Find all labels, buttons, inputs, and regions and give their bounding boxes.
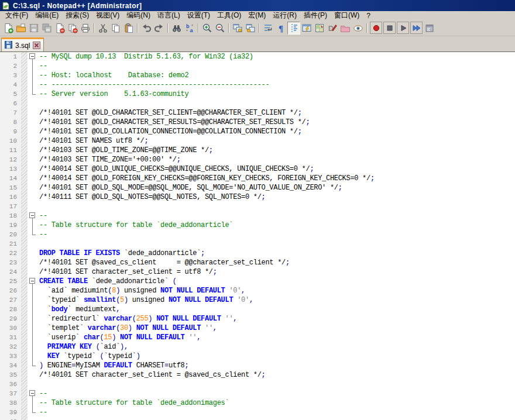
menu-run[interactable]: 运行(R) (269, 11, 300, 20)
line-number[interactable]: 35 (0, 370, 21, 380)
line-number[interactable]: 40 (0, 417, 21, 420)
line-number[interactable]: 1 (0, 52, 21, 61)
zoom-out-button[interactable] (214, 22, 226, 35)
line-number[interactable]: 19 (0, 221, 21, 230)
line-number[interactable]: 10 (0, 136, 21, 146)
line-number[interactable]: 32 (0, 342, 21, 352)
menu-help[interactable]: ? (363, 12, 374, 20)
macro-play-button[interactable] (397, 22, 409, 34)
line-number[interactable]: 29 (0, 314, 21, 323)
close-button[interactable] (53, 22, 66, 35)
line-number[interactable]: 2 (0, 61, 21, 71)
fold-collapse-icon[interactable] (28, 211, 37, 221)
line-number[interactable]: 11 (0, 146, 21, 155)
code-text: `aid` mediumint(8) unsigned NOT NULL DEF… (37, 286, 245, 295)
macro-stop-button[interactable] (383, 22, 396, 34)
indent-guide-button[interactable] (287, 22, 300, 35)
line-number[interactable]: 24 (0, 267, 21, 277)
redo-button[interactable] (153, 22, 166, 35)
line-number[interactable]: 34 (0, 361, 21, 370)
plugin-eye-button[interactable] (352, 22, 365, 35)
menu-tools[interactable]: 工具(O) (214, 11, 245, 20)
menu-file[interactable]: 文件(F) (2, 11, 32, 20)
sync-vertical-scroll-button[interactable] (231, 22, 244, 35)
line-number[interactable]: 39 (0, 408, 21, 417)
line-number[interactable]: 3 (0, 71, 21, 80)
macro-record-button[interactable] (370, 22, 382, 34)
replace-button[interactable]: ba (183, 22, 196, 35)
line-number[interactable]: 9 (0, 127, 21, 136)
line-number[interactable]: 37 (0, 389, 21, 398)
copy-button[interactable] (109, 22, 122, 35)
line-number[interactable]: 15 (0, 183, 21, 192)
macro-run-multiple-button[interactable] (410, 22, 423, 34)
save-button[interactable] (28, 22, 40, 35)
line-number[interactable]: 38 (0, 398, 21, 408)
print-button[interactable] (79, 22, 92, 35)
line-number[interactable]: 20 (0, 230, 21, 239)
line-number[interactable]: 23 (0, 258, 21, 267)
open-file-button[interactable] (15, 22, 28, 35)
line-number[interactable]: 28 (0, 305, 21, 314)
editor-line: 33 KEY `typeid` (`typeid`) (0, 352, 515, 361)
zoom-in-button[interactable] (201, 22, 214, 35)
fold-collapse-icon[interactable] (28, 389, 37, 398)
word-wrap-button[interactable] (262, 22, 274, 35)
line-number[interactable]: 7 (0, 108, 21, 118)
new-file-button[interactable] (2, 22, 15, 35)
line-number[interactable]: 6 (0, 99, 21, 108)
line-number[interactable]: 16 (0, 192, 21, 202)
line-number[interactable]: 31 (0, 333, 21, 342)
function-window-button[interactable] (300, 22, 313, 35)
line-number[interactable]: 27 (0, 295, 21, 305)
undo-button[interactable] (140, 22, 153, 35)
sync-horizontal-scroll-button[interactable] (244, 22, 257, 35)
line-number[interactable]: 30 (0, 323, 21, 333)
line-number[interactable]: 17 (0, 202, 21, 211)
tab-3sql[interactable]: 3.sql (1, 37, 44, 51)
fold-collapse-icon[interactable] (28, 52, 37, 61)
line-number[interactable]: 26 (0, 286, 21, 295)
menu-encoding[interactable]: 编码(N) (123, 11, 154, 20)
menu-edit[interactable]: 编辑(E) (32, 11, 62, 20)
bookmark-margin (21, 267, 28, 277)
menu-plugins[interactable]: 插件(P) (300, 11, 331, 20)
code-text: `body` mediumtext, (37, 305, 120, 314)
line-number[interactable]: 5 (0, 89, 21, 99)
line-number[interactable]: 12 (0, 155, 21, 164)
menu-language[interactable]: 语言(L) (154, 11, 184, 20)
menu-macro[interactable]: 宏(M) (245, 11, 269, 20)
tab-close-icon[interactable] (33, 42, 40, 49)
plugin-folder-button[interactable] (339, 22, 352, 35)
pen-document-button[interactable]: D (326, 22, 339, 35)
line-number[interactable]: 18 (0, 211, 21, 221)
line-number[interactable]: 13 (0, 164, 21, 174)
fold-margin (28, 314, 37, 323)
title-bar[interactable]: C:\3.sql - Notepad++ [Administrator] (0, 0, 515, 11)
line-number[interactable]: 8 (0, 118, 21, 127)
line-number[interactable]: 25 (0, 277, 21, 286)
close-all-button[interactable] (66, 22, 79, 35)
paste-button[interactable] (122, 22, 135, 35)
menu-view[interactable]: 视图(V) (92, 11, 123, 20)
line-number[interactable]: 21 (0, 239, 21, 249)
line-number[interactable]: 22 (0, 249, 21, 258)
editor[interactable]: 1-- MySQL dump 10.13 Distrib 5.1.63, for… (0, 52, 515, 420)
menu-settings[interactable]: 设置(T) (184, 11, 214, 20)
line-number[interactable]: 4 (0, 80, 21, 89)
show-all-characters-button[interactable]: ¶ (274, 22, 287, 35)
menu-window[interactable]: 窗口(W) (331, 11, 363, 20)
macro-save-button[interactable] (423, 22, 436, 35)
document-map-button[interactable] (313, 22, 326, 35)
fold-collapse-icon[interactable] (28, 277, 37, 286)
line-number[interactable]: 14 (0, 174, 21, 183)
save-all-button[interactable] (40, 22, 53, 35)
find-button[interactable] (170, 22, 183, 35)
menu-search[interactable]: 搜索(S) (62, 11, 92, 20)
line-number[interactable]: 36 (0, 380, 21, 389)
line-number[interactable]: 33 (0, 352, 21, 361)
saved-file-icon (5, 41, 12, 50)
cut-button[interactable] (97, 22, 109, 35)
macro-record-icon (371, 23, 382, 33)
macro-save-icon (424, 23, 435, 33)
